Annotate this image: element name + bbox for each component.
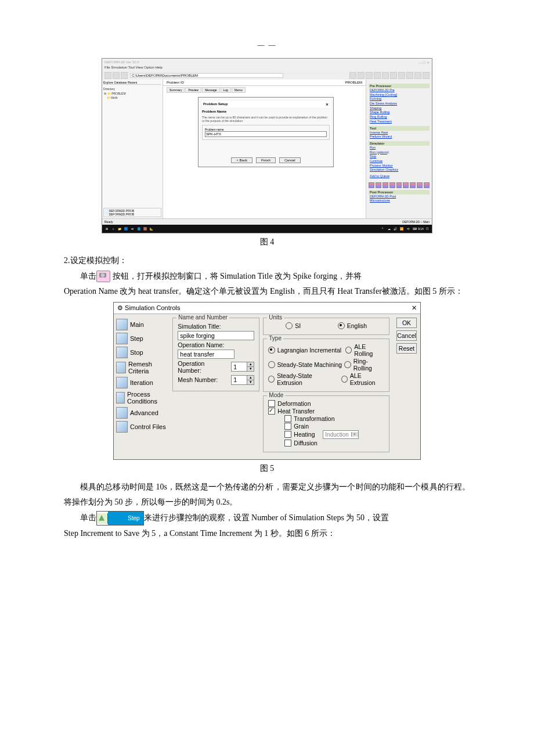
radio-ale-rolling[interactable] xyxy=(345,347,352,354)
taskbar[interactable]: ⊞○📁🟦✉📘🟫📐 ^☁🔊📶中⌨9:14☐ xyxy=(102,225,432,233)
radio-ring-rolling[interactable] xyxy=(344,361,351,368)
pre-link[interactable]: Shape Rolling xyxy=(369,110,430,115)
back-button[interactable]: < Back xyxy=(231,157,252,163)
radio-ss-extrusion[interactable] xyxy=(268,376,275,383)
mode-group: Mode Deformation Heat Transfer Transform… xyxy=(263,395,389,452)
path-display: C:\Users\DEFORM\Documents\PROBLEM xyxy=(130,73,283,78)
post-link[interactable]: DEFORM-2D Post xyxy=(369,195,430,199)
sim-link[interactable]: Simulation Graphics xyxy=(369,168,430,172)
help-text: The name can be up to 80 characters and … xyxy=(202,116,330,123)
tool-link[interactable]: Inverse Heat xyxy=(369,131,430,135)
heating-dropdown[interactable]: Induction▾ xyxy=(323,430,359,439)
spinner[interactable]: ▲▼ xyxy=(247,375,254,385)
figure-4-caption: 图 4 xyxy=(102,237,432,247)
toolbar[interactable]: C:\Users\DEFORM\Documents\PROBLEM xyxy=(102,71,432,80)
problem-setup-dialog: Problem Setup✕ Problem Name The name can… xyxy=(198,97,334,167)
check-heat-transfer[interactable] xyxy=(268,408,275,415)
post-processor-header: Post Processor xyxy=(369,190,430,195)
pre-link[interactable]: Machining [Cutting] xyxy=(369,93,430,98)
mesh-number-input[interactable] xyxy=(231,375,247,385)
finish-button[interactable]: Finish xyxy=(256,157,276,163)
sim-link[interactable]: Process Monitor xyxy=(369,164,430,168)
icon-strip[interactable] xyxy=(369,182,430,188)
pre-link[interactable]: Ring Rolling xyxy=(369,115,430,120)
check-deformation[interactable] xyxy=(268,400,275,407)
radio-ale-extrusion[interactable] xyxy=(341,376,348,383)
radio-english[interactable] xyxy=(338,322,345,329)
problem-id-label: Problem ID xyxy=(167,81,184,84)
sim-link[interactable]: Continue xyxy=(369,159,430,164)
name-number-group: Name and Number Simulation Title: Operat… xyxy=(172,318,259,391)
problem-code: PROBLEM xyxy=(345,81,362,84)
problem-name-input[interactable] xyxy=(205,131,327,137)
pre-link[interactable]: DEFORM-2D Pre xyxy=(369,88,430,93)
figure-5-caption: 图 5 xyxy=(64,463,470,474)
sim-link[interactable]: Stop xyxy=(369,154,430,159)
pre-link[interactable]: Forming xyxy=(369,97,430,102)
menu-bar[interactable]: File Simulation Tool View Option Help xyxy=(102,66,432,71)
check-heating[interactable] xyxy=(284,431,291,438)
cancel-button[interactable]: Cancel xyxy=(279,157,301,163)
header-mark: — — xyxy=(258,41,277,49)
check-transformation[interactable] xyxy=(284,415,291,422)
windows-icon[interactable]: ⊞ xyxy=(104,226,109,231)
radio-si[interactable] xyxy=(286,322,293,329)
pre-link[interactable]: Die Stress Analysis xyxy=(369,102,430,106)
left-tabs[interactable]: Explore Database Recent xyxy=(103,81,161,85)
pre-link[interactable]: Heat Treatment xyxy=(369,120,430,124)
operation-name-input[interactable] xyxy=(178,350,234,359)
center-panel: Problem ID PROBLEM SummaryPreview Messag… xyxy=(163,80,366,218)
simulation-title-input[interactable] xyxy=(178,331,254,340)
type-group: Type Lagrangian IncrementalALE Rolling S… xyxy=(263,339,389,392)
dialog-title: Simulation Controls xyxy=(125,304,180,311)
hammer-icon xyxy=(96,271,110,282)
reset-button[interactable]: Reset xyxy=(396,343,417,354)
simulation-controls-dialog: ⚙ Simulation Controls ✕ Main Step Stop R… xyxy=(113,302,421,460)
tool-link[interactable]: Preform Wizard xyxy=(369,135,430,139)
step-button-icon: Step xyxy=(96,511,144,525)
section-heading-2: 2.设定模拟控制： xyxy=(64,253,470,269)
window-controls[interactable]: — ☐ ✕ xyxy=(418,60,430,64)
close-icon[interactable]: ✕ xyxy=(412,304,417,312)
simulator-header: Simulator xyxy=(369,141,430,146)
center-tabs[interactable]: SummaryPreview MessageLog Memo xyxy=(163,86,366,94)
right-panel: Pre Processor DEFORM-2D Pre Machining [C… xyxy=(366,80,432,218)
sim-link[interactable]: Run xyxy=(369,146,430,150)
sim-link[interactable]: Run (options) xyxy=(369,150,430,155)
app-title: DEFORM-2D Ver 10.0 xyxy=(104,60,139,64)
body-text-continued: 模具的总移动时间是 10s，既然这是一个热传递的分析，需要定义步骤为一个时间的功… xyxy=(64,480,470,541)
close-icon[interactable]: ✕ xyxy=(326,102,329,106)
left-panel: Explore Database Recent Directory ⊟ 📁 PR… xyxy=(102,80,163,218)
spinner[interactable]: ▲▼ xyxy=(247,362,254,372)
radio-ss-machining[interactable] xyxy=(268,361,275,368)
problem-name-heading: Problem Name xyxy=(202,110,330,113)
directory-tree[interactable]: Directory ⊟ 📁 PROBLEM 📁 block xyxy=(103,87,161,100)
check-grain[interactable] xyxy=(284,423,291,430)
nav-list[interactable]: Main Step Stop Remesh Criteria Iteration… xyxy=(114,314,169,459)
operation-number-input[interactable] xyxy=(231,362,247,372)
body-text: 2.设定模拟控制： 单击 按钮，打开模拟控制窗口，将 Simulation Ti… xyxy=(64,253,470,300)
check-diffusion[interactable] xyxy=(284,440,291,447)
status-bar: Ready DEFORM-2D -- Main xyxy=(102,218,432,225)
radio-lagrangian[interactable] xyxy=(268,347,275,354)
gear-icon: ⚙ xyxy=(117,304,123,311)
window-titlebar: DEFORM-2D Ver 10.0 — ☐ ✕ xyxy=(102,59,432,66)
pre-processor-header: Pre Processor xyxy=(369,84,430,88)
units-group: Units SI English xyxy=(263,318,389,335)
tool-header: Tool xyxy=(369,126,430,131)
figure-1: DEFORM-2D Ver 10.0 — ☐ ✕ File Simulation… xyxy=(102,58,432,247)
pre-link[interactable]: Shaping xyxy=(369,106,430,111)
sim-link[interactable]: Add to Queue xyxy=(369,174,430,179)
cancel-button[interactable]: Cancel xyxy=(396,330,417,341)
post-link[interactable]: Microstructure xyxy=(369,199,430,203)
ok-button[interactable]: OK xyxy=(396,318,417,328)
